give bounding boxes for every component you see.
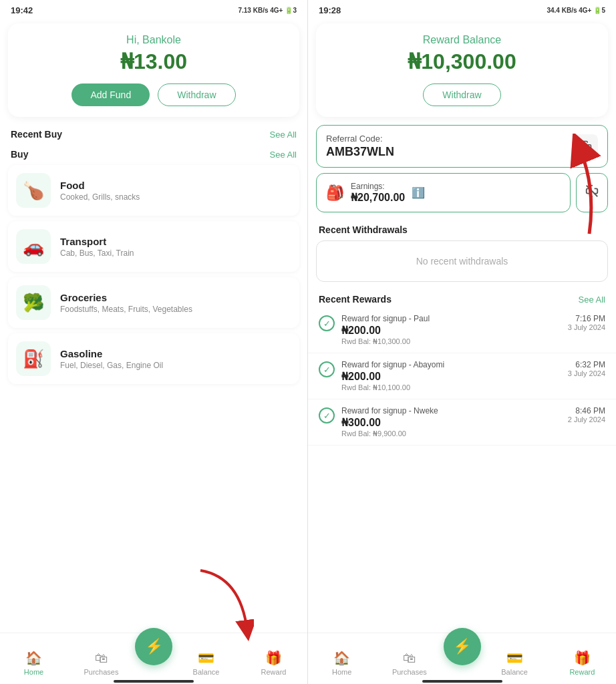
reward-icon-left: 🎁	[265, 650, 282, 666]
nav-home-left[interactable]: 🏠 Home	[0, 650, 67, 676]
reward-bal-abayomi: Rwd Bal: ₦10,100.00	[341, 383, 561, 392]
battery-right: 🔋5	[593, 7, 605, 14]
reward-balance-card: Reward Balance ₦10,300.00 Withdraw	[316, 23, 608, 117]
home-icon-left: 🏠	[25, 650, 42, 666]
earnings-info-icon[interactable]: ℹ️	[412, 186, 425, 199]
status-icons-left: 7.13 KB/s 4G+ 🔋3	[238, 7, 297, 14]
buy-title: Buy	[11, 149, 28, 160]
earnings-amount: ₦20,700.00	[351, 191, 405, 204]
svg-rect-1	[585, 145, 591, 152]
groceries-name: Groceries	[60, 292, 192, 303]
time-left: 19:42	[11, 5, 33, 15]
reward-time-text-abayomi: 6:32 PM	[568, 360, 605, 369]
buy-item-food[interactable]: 🍗 Food Cooked, Grills, snacks	[8, 165, 299, 216]
earnings-card: 🎒 Earnings: ₦20,700.00 ℹ️	[316, 173, 571, 212]
nav-purchases-left[interactable]: 🛍 Purchases	[67, 651, 135, 676]
bottom-nav-right: 🏠 Home 🛍 Purchases ⚡ 💳 Balance 🎁 Reward	[308, 633, 616, 684]
food-info: Food Cooked, Grills, snacks	[60, 180, 140, 202]
bottom-indicator-right	[422, 680, 502, 683]
reward-date-paul: 3 July 2024	[568, 323, 605, 331]
referral-label: Referral Code:	[326, 134, 394, 144]
nav-balance-right[interactable]: 💳 Balance	[481, 650, 549, 676]
gasoline-desc: Fuel, Diesel, Gas, Engine Oil	[60, 361, 163, 370]
reward-name-abayomi: Reward for signup - Abayomi	[341, 360, 561, 369]
reward-item-abayomi: ✓ Reward for signup - Abayomi ₦200.00 Rw…	[308, 353, 616, 399]
reward-action-buttons: Withdraw	[327, 83, 597, 106]
reward-time-nweke: 8:46 PM 2 July 2024	[568, 406, 605, 423]
buy-item-transport[interactable]: 🚗 Transport Cab, Bus, Taxi, Train	[8, 221, 299, 272]
buy-list: 🍗 Food Cooked, Grills, snacks 🚗 Transpor…	[0, 162, 307, 392]
nav-purchases-label-left: Purchases	[84, 668, 119, 676]
no-dollar-button[interactable]	[576, 173, 608, 212]
balance-icon-left: 💳	[198, 650, 214, 666]
add-fund-button[interactable]: Add Fund	[71, 83, 150, 106]
recent-rewards-title: Recent Rewards	[319, 294, 392, 305]
center-icon-left: ⚡	[145, 638, 163, 655]
copy-referral-button[interactable]	[574, 134, 598, 158]
withdraw-button-right[interactable]: Withdraw	[423, 83, 500, 106]
right-screen: 19:28 34.4 KB/s 4G+ 🔋5 Reward Balance ₦1…	[308, 0, 616, 684]
balance-card-left: Hi, Bankole ₦13.00 Add Fund Withdraw	[8, 23, 299, 117]
gasoline-info: Gasoline Fuel, Diesel, Gas, Engine Oil	[60, 348, 163, 370]
reward-info-paul: Reward for signup - Paul ₦200.00 Rwd Bal…	[341, 314, 561, 346]
balance-left: ₦13.00	[19, 49, 289, 74]
arrow-overlay-left	[187, 564, 254, 644]
bottom-indicator-left	[114, 680, 194, 683]
reward-time-abayomi: 6:32 PM 3 July 2024	[568, 360, 605, 377]
withdrawals-title: Recent Withdrawals	[319, 224, 408, 235]
nav-home-label-left: Home	[24, 668, 43, 676]
reward-name-nweke: Reward for signup - Nweke	[341, 406, 561, 415]
nav-purchases-right[interactable]: 🛍 Purchases	[375, 651, 443, 676]
nav-center-left[interactable]: ⚡	[135, 628, 172, 665]
gasoline-name: Gasoline	[60, 348, 163, 359]
buy-see-all[interactable]: See All	[270, 150, 297, 160]
nav-balance-left[interactable]: 💳 Balance	[172, 650, 240, 676]
reward-check-paul: ✓	[319, 315, 335, 331]
transport-icon: 🚗	[16, 229, 51, 264]
time-right: 19:28	[319, 5, 341, 15]
buy-header: Buy See All	[0, 142, 307, 162]
home-icon-right: 🏠	[333, 650, 350, 666]
nav-reward-left[interactable]: 🎁 Reward	[240, 650, 307, 676]
no-withdrawals-text: No recent withdrawals	[416, 256, 508, 267]
reward-amount-nweke: ₦300.00	[341, 416, 561, 429]
status-bar-right: 19:28 34.4 KB/s 4G+ 🔋5	[308, 0, 616, 18]
nav-center-right[interactable]: ⚡	[444, 628, 481, 665]
referral-info: Referral Code: AMB37WLN	[326, 134, 394, 159]
reward-info-nweke: Reward for signup - Nweke ₦300.00 Rwd Ba…	[341, 406, 561, 438]
withdraw-button-left[interactable]: Withdraw	[158, 83, 235, 106]
recent-buy-header: Recent Buy See All	[0, 122, 307, 142]
bottom-nav-left: 🏠 Home 🛍 Purchases ⚡ 💳 Balance 🎁 Reward	[0, 633, 307, 684]
reward-item-paul: ✓ Reward for signup - Paul ₦200.00 Rwd B…	[308, 307, 616, 353]
groceries-icon: 🥦	[16, 285, 51, 320]
reward-time-text-paul: 7:16 PM	[568, 314, 605, 323]
reward-item-nweke: ✓ Reward for signup - Nweke ₦300.00 Rwd …	[308, 399, 616, 446]
recent-rewards-header: Recent Rewards See All	[308, 287, 616, 307]
status-bar-left: 19:42 7.13 KB/s 4G+ 🔋3	[0, 0, 307, 18]
buy-item-groceries[interactable]: 🥦 Groceries Foodstuffs, Meats, Fruits, V…	[8, 277, 299, 328]
nav-home-right[interactable]: 🏠 Home	[308, 650, 375, 676]
buy-item-gasoline[interactable]: ⛽ Gasoline Fuel, Diesel, Gas, Engine Oil	[8, 333, 299, 384]
balance-icon-right: 💳	[506, 650, 523, 666]
reward-bal-paul: Rwd Bal: ₦10,300.00	[341, 337, 561, 346]
recent-buy-title: Recent Buy	[11, 129, 62, 140]
recent-buy-see-all[interactable]: See All	[270, 130, 297, 140]
nav-reward-right[interactable]: 🎁 Reward	[549, 650, 616, 676]
referral-card: Referral Code: AMB37WLN	[316, 125, 608, 168]
earnings-label: Earnings:	[351, 182, 405, 191]
reward-date-nweke: 2 July 2024	[568, 415, 605, 423]
recent-rewards-see-all[interactable]: See All	[579, 295, 605, 305]
battery-left: 🔋3	[285, 7, 297, 14]
no-dollar-icon	[585, 184, 599, 202]
copy-icon	[580, 140, 592, 152]
purchases-icon-right: 🛍	[403, 651, 416, 666]
transport-desc: Cab, Bus, Taxi, Train	[60, 248, 134, 258]
reward-info-abayomi: Reward for signup - Abayomi ₦200.00 Rwd …	[341, 360, 561, 392]
earnings-row: 🎒 Earnings: ₦20,700.00 ℹ️	[316, 173, 608, 212]
left-screen: 19:42 7.13 KB/s 4G+ 🔋3 Hi, Bankole ₦13.0…	[0, 0, 308, 684]
reward-balance: ₦10,300.00	[327, 49, 597, 74]
nav-home-label-right: Home	[332, 668, 351, 676]
nav-reward-label-left: Reward	[261, 668, 287, 676]
reward-name-paul: Reward for signup - Paul	[341, 314, 561, 323]
reward-greeting: Reward Balance	[327, 34, 597, 46]
